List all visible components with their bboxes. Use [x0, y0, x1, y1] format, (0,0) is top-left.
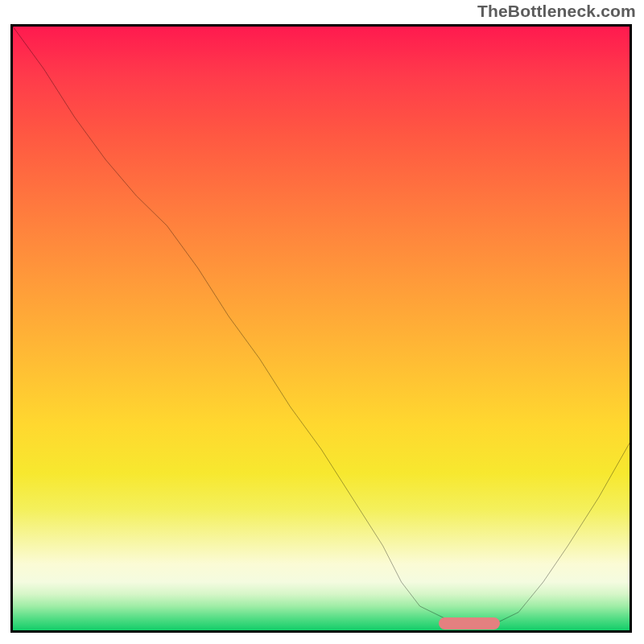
chart-root: { "watermark": "TheBottleneck.com", "cha…: [0, 0, 644, 644]
bottleneck-curve: [13, 27, 630, 630]
watermark-label: TheBottleneck.com: [477, 2, 636, 21]
plot-area: [10, 24, 632, 633]
optimal-range-marker: [439, 617, 501, 630]
curve-path: [13, 27, 630, 625]
